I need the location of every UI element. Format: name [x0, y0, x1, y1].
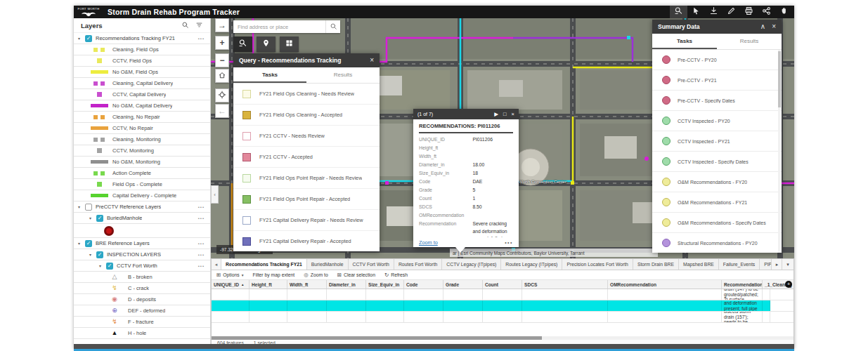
- previous-extent-button[interactable]: ←: [215, 104, 229, 118]
- table-tab[interactable]: Precision Locates Fort Worth: [562, 259, 633, 270]
- print-widget-button[interactable]: [740, 6, 758, 18]
- layer-tree-row[interactable]: ▾ ✓ No O&M, Field Ops •••: [74, 67, 210, 78]
- select-widget-button[interactable]: [687, 6, 705, 18]
- add-data-widget-button[interactable]: [705, 6, 723, 18]
- horizontal-scrollbar[interactable]: [212, 336, 793, 340]
- tabs-scroll-right-button[interactable]: ▸: [771, 259, 782, 270]
- summary-panel-header[interactable]: Summary Data ∧ ×: [652, 20, 782, 34]
- popup-menu-ellipsis-icon[interactable]: •••: [505, 240, 513, 245]
- layer-tree-row[interactable]: ▾ ✓ CCTV, No Repair •••: [74, 123, 210, 134]
- caret-down-icon[interactable]: ▾: [89, 252, 96, 257]
- layer-checkbox[interactable]: ✓: [96, 215, 103, 222]
- layer-tree-row[interactable]: ▾ ✓ Action Complete •••: [74, 168, 210, 179]
- table-tab[interactable]: Storm Drain BRE: [633, 259, 679, 270]
- summary-tab[interactable]: Tasks: [652, 34, 717, 49]
- layer-tree-row[interactable]: ▾ ✓ INSPECTION LAYERS •••: [74, 249, 210, 260]
- summary-scrollbar[interactable]: [778, 50, 781, 253]
- column-header[interactable]: Count ▲: [483, 280, 522, 289]
- caret-down-icon[interactable]: ▾: [78, 241, 85, 246]
- layer-tree-row[interactable]: ▾ ✓ ◉ D - deposits •••: [74, 294, 210, 305]
- query-task-item[interactable]: FY21 Field Ops Point Repair - Accepted: [233, 189, 380, 210]
- layer-tree-row[interactable]: ▾ ✓ BRE Reference Layers •••: [74, 238, 210, 249]
- layer-checkbox[interactable]: ✓: [85, 240, 92, 247]
- query-task-item[interactable]: FY21 Field Ops Cleaning - Needs Review: [233, 84, 380, 105]
- zoom-to-link[interactable]: Zoom to: [419, 239, 438, 246]
- layer-tree-row[interactable]: ▾ ✓ ↯ F - fracture •••: [74, 317, 210, 328]
- summary-task-item[interactable]: CCTV Inspected - PY21: [652, 131, 782, 152]
- layer-tree-row[interactable]: ▾ ✓ CCTV, Capital Delivery •••: [74, 89, 210, 100]
- query-task-item[interactable]: FY21 Field Ops Point Repair - Needs Revi…: [233, 168, 380, 189]
- layer-checkbox[interactable]: ✓: [85, 35, 92, 42]
- table-toolbar-button[interactable]: ◎ Zoom to ▾: [304, 272, 328, 277]
- layer-filter-icon[interactable]: [195, 19, 203, 32]
- column-header[interactable]: Recommendation ▲: [722, 280, 763, 289]
- summary-task-item[interactable]: CCTV Inspected - PY20: [652, 111, 782, 131]
- caret-down-icon[interactable]: ▾: [78, 204, 85, 209]
- summary-task-item[interactable]: Structural Recommendations - PY20: [652, 233, 782, 253]
- query-task-item[interactable]: FY21 Field Ops Cleaning - Accepted: [233, 105, 380, 126]
- draw-tool-button[interactable]: [257, 37, 276, 52]
- layer-checkbox[interactable]: ✓: [96, 251, 103, 258]
- popup-header[interactable]: (1 of 7) ▶ □ ×: [413, 109, 519, 119]
- locate-button[interactable]: [215, 88, 229, 102]
- draw-widget-button[interactable]: [723, 6, 740, 18]
- layer-tree-row[interactable]: ▾ ✓ △ B - broken •••: [74, 272, 210, 283]
- layer-menu-ellipsis-icon[interactable]: •••: [198, 216, 205, 220]
- caret-down-icon[interactable]: ▾: [78, 36, 85, 41]
- close-icon[interactable]: ×: [772, 23, 776, 30]
- layer-tree-row[interactable]: ▾ ✓ Recommendations Tracking FY21 •••: [74, 33, 210, 44]
- table-row[interactable]: PI01113954.0054SRV518.50Point repairs: 1…: [212, 289, 793, 300]
- caret-down-icon[interactable]: ▾: [89, 216, 96, 220]
- layer-tree-row[interactable]: ▾ ✓ No O&M, Capital Delivery •••: [74, 100, 210, 112]
- table-tab[interactable]: Routes Fort Worth: [394, 259, 442, 270]
- search-input[interactable]: [233, 24, 325, 30]
- table-toolbar-button[interactable]: Filter by map extent ▾: [253, 272, 295, 277]
- column-header[interactable]: Code ▲: [404, 280, 443, 289]
- table-tab[interactable]: Routes Legacy (ITpipes): [501, 259, 562, 270]
- layer-tree-row[interactable]: ▾ ✓ BuriedManhole •••: [74, 213, 210, 224]
- query-task-item[interactable]: FY21 Capital Delivery Repair - Accepted: [233, 231, 380, 251]
- table-tab[interactable]: CCTV Fort Worth: [349, 259, 394, 270]
- pan-widget-button[interactable]: [775, 6, 793, 18]
- collapse-icon[interactable]: ∧: [760, 23, 765, 30]
- column-header[interactable]: Diameter_in ▲: [327, 280, 366, 289]
- layer-menu-ellipsis-icon[interactable]: •••: [198, 241, 205, 246]
- query-task-item[interactable]: FY21 CCTV - Accepted: [233, 147, 380, 168]
- scrollbar-thumb[interactable]: [212, 336, 542, 340]
- layer-tree-row[interactable]: ▾ ✓ Cleaning, No Repair •••: [74, 112, 210, 123]
- layer-menu-ellipsis-icon[interactable]: •••: [198, 205, 205, 209]
- column-header[interactable]: Grade ▲: [443, 280, 483, 289]
- table-toolbar-button[interactable]: ⊠ Clear selection ▾: [337, 272, 375, 277]
- next-extent-button[interactable]: →: [215, 18, 229, 32]
- summary-task-item[interactable]: O&M Recommendations - Specify Dates: [652, 213, 782, 233]
- column-header[interactable]: OMRecommendation ▲: [608, 280, 722, 289]
- close-icon[interactable]: ×: [370, 57, 374, 64]
- table-row[interactable]: PI01120618.0018DAE518.50Severe cracking …: [212, 300, 793, 312]
- column-header[interactable]: Height_ft ▲: [250, 280, 287, 289]
- column-header[interactable]: Size_Equiv_in ▲: [366, 280, 404, 289]
- next-feature-icon[interactable]: ▶: [494, 112, 498, 117]
- zoom-in-button[interactable]: +: [215, 36, 229, 50]
- table-tab[interactable]: BuriedManhole: [307, 259, 349, 270]
- query-tool-button[interactable]: [233, 37, 252, 52]
- layer-tree-row[interactable]: ▾ ✓ CCTV, Field Ops •••: [74, 55, 210, 67]
- layer-tree-row[interactable]: ▾ ✓ CCTV Fort Worth •••: [74, 260, 210, 272]
- table-toolbar-button[interactable]: ⊞ Options ▾: [216, 272, 244, 277]
- summary-task-item[interactable]: O&M Recommendations - FY21: [652, 192, 782, 213]
- layer-tree-row[interactable]: ▾ ✓ Cleaning, Capital Delivery •••: [74, 78, 210, 89]
- summary-task-item[interactable]: O&M Recommendations - FY20: [652, 172, 782, 192]
- tabs-scroll-left-button[interactable]: ◂: [212, 259, 221, 270]
- table-tab[interactable]: Recommendations Tracking FY21: [221, 259, 307, 270]
- layer-tree-row[interactable]: ▾ ✓ PreCCTV Reference Layers •••: [74, 201, 210, 213]
- summary-task-item[interactable]: CCTV Inspected - Specify Dates: [652, 152, 782, 172]
- field-options-button[interactable]: +: [785, 281, 792, 288]
- scrollbar-thumb[interactable]: [778, 51, 781, 107]
- layer-tree-row[interactable]: ▾ ✓ No O&M, Monitoring •••: [74, 157, 210, 168]
- layer-menu-ellipsis-icon[interactable]: •••: [198, 264, 205, 268]
- layer-tree-row[interactable]: ▾ ✓ Cleaning, Monitoring •••: [74, 134, 210, 145]
- column-header[interactable]: UNIQUE_ID ▲: [212, 280, 250, 289]
- share-widget-button[interactable]: [758, 6, 775, 18]
- basemap-gallery-button[interactable]: [280, 37, 299, 52]
- summary-task-item[interactable]: Pre-CCTV - PY21: [652, 70, 782, 91]
- layer-menu-ellipsis-icon[interactable]: •••: [198, 37, 205, 41]
